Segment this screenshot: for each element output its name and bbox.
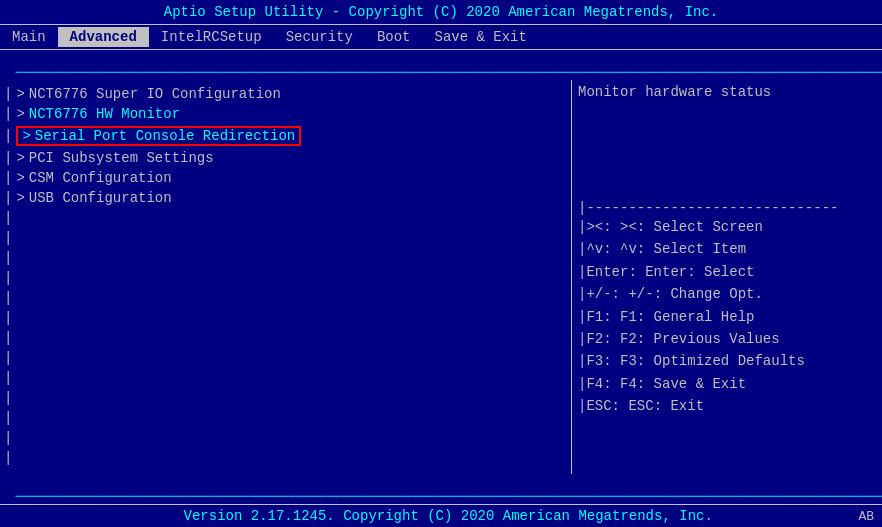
main-content: | > NCT6776 Super IO Configuration | > N… [0,80,882,474]
footer: Version 2.17.1245. Copyright (C) 2020 Am… [0,504,882,527]
right-spacer-2 [578,116,876,130]
key-enter: |Enter: Enter: Select [578,261,876,283]
spacer-row-5: | [0,288,571,308]
menu-item-nct6776-super-io[interactable]: | > NCT6776 Super IO Configuration [0,84,571,104]
nav-item-advanced[interactable]: Advanced [58,27,149,47]
spacer-row-2: | [0,228,571,248]
spacer-row-9: | [0,368,571,388]
title-bar: Aptio Setup Utility - Copyright (C) 2020… [0,0,882,25]
label-3: Serial Port Console Redirection [35,128,295,144]
right-panel: Monitor hardware status |---------------… [572,80,882,474]
arrow-5: > [16,170,24,186]
nav-item-security[interactable]: Security [274,27,365,47]
key-esc: |ESC: ESC: Exit [578,395,876,417]
title-text: Aptio Setup Utility - Copyright (C) 2020… [164,4,719,20]
nav-item-boot[interactable]: Boot [365,27,423,47]
selected-item-wrapper: > Serial Port Console Redirection [16,126,301,146]
right-spacer-4 [578,144,876,158]
arrow-3: > [22,128,30,144]
footer-text: Version 2.17.1245. Copyright (C) 2020 Am… [38,508,858,524]
key-select-screen: |><: ><: Select Screen [578,216,876,238]
menu-item-nct6776-hw-monitor[interactable]: | > NCT6776 HW Monitor [0,104,571,124]
key-f1: |F1: F1: General Help [578,306,876,328]
label-4: PCI Subsystem Settings [29,150,214,166]
key-select-item: |^v: ^v: Select Item [578,238,876,260]
footer-badge: AB [858,509,874,524]
pipe-left-1: | [4,86,12,102]
menu-item-usb-config[interactable]: | > USB Configuration [0,188,571,208]
pipe-left-3: | [4,128,12,144]
menu-item-serial-port[interactable]: | > Serial Port Console Redirection [0,124,571,148]
right-spacer-5 [578,158,876,172]
spacer-row-13: | [0,448,571,468]
spacer-row-12: | [0,428,571,448]
label-6: USB Configuration [29,190,172,206]
label-5: CSM Configuration [29,170,172,186]
key-f4: |F4: F4: Save & Exit [578,373,876,395]
label-2: NCT6776 HW Monitor [29,106,180,122]
key-f2: |F2: F2: Previous Values [578,328,876,350]
arrow-4: > [16,150,24,166]
spacer-row-11: | [0,408,571,428]
arrow-6: > [16,190,24,206]
top-separator: ────────────────────────────────────────… [0,50,882,80]
right-spacer-7 [578,186,876,200]
menu-item-csm-config[interactable]: | > CSM Configuration [0,168,571,188]
spacer-row-6: | [0,308,571,328]
label-1: NCT6776 Super IO Configuration [29,86,281,102]
arrow-2: > [16,106,24,122]
spacer-row-3: | [0,248,571,268]
spacer-row-1: | [0,208,571,228]
spacer-row-10: | [0,388,571,408]
right-divider: |------------------------------ [578,200,876,216]
right-spacer-3 [578,130,876,144]
bottom-separator: ────────────────────────────────────────… [0,474,882,504]
pipe-left-2: | [4,106,12,122]
left-panel: | > NCT6776 Super IO Configuration | > N… [0,80,572,474]
pipe-left-4: | [4,150,12,166]
nav-item-main[interactable]: Main [0,27,58,47]
menu-item-pci-subsystem[interactable]: | > PCI Subsystem Settings [0,148,571,168]
key-change-opt: |+/-: +/-: Change Opt. [578,283,876,305]
nav-bar: Main Advanced IntelRCSetup Security Boot… [0,25,882,50]
nav-item-save-exit[interactable]: Save & Exit [422,27,538,47]
help-text: Monitor hardware status [578,84,876,100]
right-spacer-6 [578,172,876,186]
right-spacer-1 [578,102,876,116]
spacer-row-8: | [0,348,571,368]
nav-item-intelrcsetup[interactable]: IntelRCSetup [149,27,274,47]
spacer-row-7: | [0,328,571,348]
spacer-row-4: | [0,268,571,288]
key-f3: |F3: F3: Optimized Defaults [578,350,876,372]
arrow-1: > [16,86,24,102]
pipe-left-5: | [4,170,12,186]
pipe-left-6: | [4,190,12,206]
